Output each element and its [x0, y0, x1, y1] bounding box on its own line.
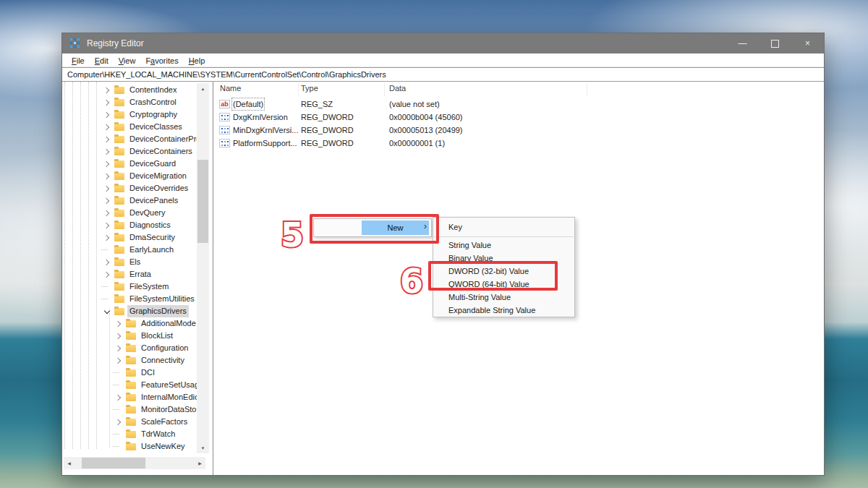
scroll-left-icon[interactable]: ◀	[64, 457, 75, 469]
column-divider[interactable]	[587, 83, 587, 96]
value-row-mindxgkrnlversi[interactable]: MinDxgKrnlVersi...REG_DWORD0x00005013 (2…	[213, 124, 823, 137]
tree-item-devicecontainers[interactable]: DeviceContainers	[62, 145, 195, 158]
tree-item-diagnostics[interactable]: Diagnostics	[62, 219, 195, 231]
tree-item-label: UseNewKey	[139, 440, 187, 453]
value-name[interactable]: MinDxgKrnlVersi...	[231, 124, 299, 137]
value-type: REG_DWORD	[301, 124, 354, 137]
tree-item-deviceoverrides[interactable]: DeviceOverrides	[62, 182, 195, 194]
menu-item-view[interactable]: View	[114, 53, 141, 67]
expand-icon[interactable]	[102, 207, 112, 219]
value-name[interactable]: (Default)	[231, 98, 265, 111]
tree-item-cryptography[interactable]: Cryptography	[62, 108, 195, 121]
menu-item-file[interactable]: File	[67, 53, 90, 67]
menu-item-edit[interactable]: Edit	[90, 53, 114, 67]
tree-item-filesystemutilities[interactable]: FileSystemUtilities	[62, 293, 195, 305]
tree-item-contentindex[interactable]: ContentIndex	[62, 84, 195, 96]
tree-item-blocklist[interactable]: BlockList	[62, 330, 195, 342]
tree-vertical-scrollbar[interactable]: ▲ ▼	[197, 83, 209, 453]
submenu-item-multi-string-value[interactable]: Multi-String Value	[433, 291, 574, 304]
expand-icon[interactable]	[102, 219, 112, 231]
registry-editor-icon	[69, 38, 81, 49]
expand-icon[interactable]	[102, 256, 112, 268]
expand-icon[interactable]	[102, 145, 112, 158]
vertical-scrollbar-thumb[interactable]	[197, 160, 208, 243]
window-title: Registry Editor	[87, 33, 144, 53]
submenu-item-string-value[interactable]: String Value	[433, 239, 574, 252]
expand-icon[interactable]	[114, 317, 124, 330]
column-header-name[interactable]: Name	[220, 84, 241, 93]
column-header-type[interactable]: Type	[301, 84, 318, 93]
horizontal-scrollbar-thumb[interactable]	[82, 458, 145, 468]
expand-icon[interactable]	[102, 268, 112, 281]
tree-item-devicepanels[interactable]: DevicePanels	[62, 194, 195, 207]
folder-icon	[126, 419, 136, 426]
tree-item-deviceguard[interactable]: DeviceGuard	[62, 158, 195, 170]
expand-icon[interactable]	[102, 158, 112, 170]
submenu-item-expandable-string-value[interactable]: Expandable String Value	[433, 304, 574, 317]
value-row-default[interactable]: ab(Default)REG_SZ(value not set)	[213, 98, 823, 111]
value-type: REG_DWORD	[301, 111, 354, 124]
scroll-right-icon[interactable]: ▶	[195, 457, 205, 469]
scroll-up-icon[interactable]: ▲	[197, 83, 209, 94]
value-row-platformsupport[interactable]: PlatformSupport...REG_DWORD0x00000001 (1…	[213, 137, 823, 150]
expand-icon[interactable]	[102, 231, 112, 244]
tree-item-internalmonedic[interactable]: InternalMonEdic	[62, 391, 195, 403]
expand-icon[interactable]	[102, 108, 112, 121]
tree-item-dmasecurity[interactable]: DmaSecurity	[62, 231, 195, 244]
tree-item-label: Diagnostics	[127, 219, 173, 231]
maximize-button[interactable]	[759, 33, 791, 53]
tree-item-configuration[interactable]: Configuration	[62, 342, 195, 354]
address-bar[interactable]: Computer\HKEY_LOCAL_MACHINE\SYSTEM\Curre…	[62, 67, 824, 82]
expand-icon[interactable]	[114, 416, 124, 428]
tree-item-devicemigration[interactable]: DeviceMigration	[62, 170, 195, 182]
folder-icon	[114, 185, 124, 192]
tree-item-additionalmode[interactable]: AdditionalMode	[62, 317, 195, 330]
submenu-item-key[interactable]: Key	[433, 220, 574, 235]
expand-icon[interactable]	[114, 354, 124, 367]
close-button[interactable]: ×	[791, 33, 824, 53]
tree-item-filesystem[interactable]: FileSystem	[62, 281, 195, 293]
tree-item-crashcontrol[interactable]: CrashControl	[62, 96, 195, 108]
column-divider[interactable]	[384, 83, 385, 96]
expand-icon[interactable]	[114, 391, 124, 403]
expand-icon[interactable]	[102, 133, 112, 145]
expand-icon[interactable]	[102, 194, 112, 207]
tree-item-monitordatasto[interactable]: MonitorDataSto	[62, 403, 195, 416]
expand-icon[interactable]	[114, 330, 124, 342]
tree-item-devquery[interactable]: DevQuery	[62, 207, 195, 219]
collapse-icon[interactable]	[102, 305, 112, 317]
tree-horizontal-scrollbar[interactable]: ◀ ▶	[64, 457, 205, 469]
value-name[interactable]: DxgKrnlVersion	[231, 111, 289, 124]
tree-item-errata[interactable]: Errata	[62, 268, 195, 281]
menu-item-help[interactable]: Help	[184, 53, 210, 67]
scroll-down-icon[interactable]: ▼	[197, 442, 209, 453]
expand-icon[interactable]	[102, 121, 112, 133]
tree-item-tdrwatch[interactable]: TdrWatch	[62, 428, 195, 440]
tree-item-deviceclasses[interactable]: DeviceClasses	[62, 121, 195, 133]
annotation-box-new	[310, 214, 439, 244]
column-header-data[interactable]: Data	[389, 84, 406, 93]
expand-icon[interactable]	[102, 96, 112, 108]
expand-icon[interactable]	[102, 84, 112, 96]
tree-item-label: TdrWatch	[139, 428, 177, 440]
titlebar[interactable]: Registry Editor — ×	[62, 33, 824, 53]
tree-item-label: EarlyLaunch	[127, 244, 176, 256]
value-name[interactable]: PlatformSupport...	[231, 137, 299, 150]
value-row-dxgkrnlversion[interactable]: DxgKrnlVersionREG_DWORD0x0000b004 (45060…	[213, 111, 823, 124]
tree-item-featuresetusage[interactable]: FeatureSetUsage	[62, 379, 195, 391]
tree-item-scalefactors[interactable]: ScaleFactors	[62, 416, 195, 428]
expand-icon[interactable]	[102, 170, 112, 182]
tree-item-earlylaunch[interactable]: EarlyLaunch	[62, 244, 195, 256]
tree-item-usenewkey[interactable]: UseNewKey	[62, 440, 195, 453]
column-divider[interactable]	[298, 83, 299, 96]
tree-item-label: GraphicsDrivers	[127, 305, 189, 317]
tree-item-devicecontainerprc[interactable]: DeviceContainerPrc	[62, 133, 195, 145]
expand-icon[interactable]	[114, 342, 124, 354]
expand-icon[interactable]	[102, 182, 112, 194]
tree-item-graphicsdrivers[interactable]: GraphicsDrivers	[62, 305, 195, 317]
tree-item-connectivity[interactable]: Connectivity	[62, 354, 195, 367]
minimize-button[interactable]: —	[726, 33, 759, 53]
tree-item-els[interactable]: Els	[62, 256, 195, 268]
menu-item-favorites[interactable]: Favorites	[140, 53, 183, 67]
tree-item-dci[interactable]: DCI	[62, 367, 195, 379]
